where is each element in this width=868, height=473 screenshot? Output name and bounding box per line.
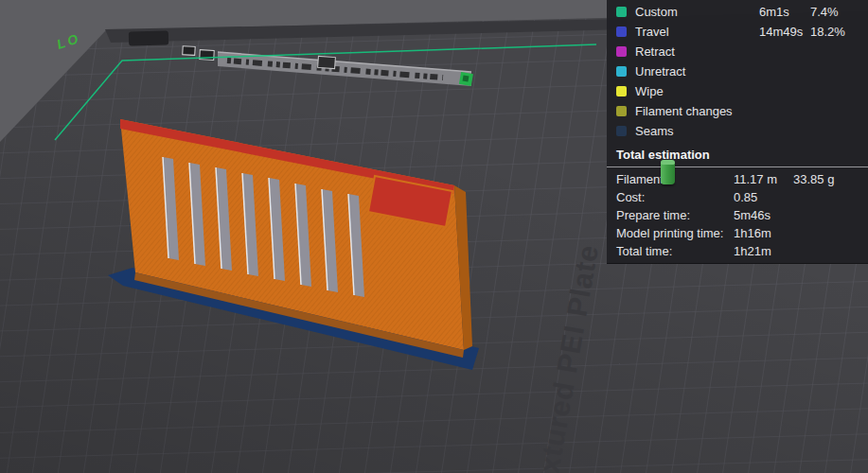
legend-item-travel[interactable]: Travel 14m49s 18.2% — [607, 22, 868, 42]
legend-time: 6m1s — [759, 5, 810, 19]
estimation-row-total-time: Total time: 1h21m — [607, 242, 868, 260]
rim-marking-icon — [183, 46, 195, 56]
legend-label: Filament changes — [635, 104, 759, 118]
wipe-tower-top — [661, 160, 675, 165]
legend-swatch — [616, 46, 627, 57]
wipe-tower — [661, 160, 675, 184]
plate-logo: LO — [55, 30, 82, 52]
legend-swatch — [616, 106, 627, 116]
legend-label: Retract — [635, 44, 759, 59]
estimation-label: Cost: — [616, 190, 734, 204]
estimation-row-prepare-time: Prepare time: 5m46s — [607, 206, 868, 224]
total-estimation-title: Total estimation — [607, 141, 868, 166]
legend-swatch — [616, 26, 627, 37]
slicer-preview-viewport: LO Textured PEI Plate — [0, 0, 868, 473]
legend-swatch — [616, 66, 627, 77]
estimation-row-model-printing-time: Model printing time: 1h16m — [607, 224, 868, 242]
legend-label: Travel — [635, 25, 759, 39]
estimation-value: 5m46s — [734, 208, 793, 222]
total-estimation-table: Filament: 11.17 m 33.85 g Cost: 0.85 Pre… — [607, 167, 868, 260]
legend-label: Seams — [635, 124, 759, 138]
estimation-row-filament: Filament: 11.17 m 33.85 g — [607, 170, 868, 188]
slicing-stats-panel: Custom 6m1s 7.4% Travel 14m49s 18.2% Ret… — [607, 0, 868, 264]
estimation-label: Filament: — [616, 172, 734, 186]
estimation-value-2: 33.85 g — [793, 172, 859, 186]
legend-label: Custom — [635, 5, 759, 19]
estimation-value: 11.17 m — [734, 172, 793, 186]
legend-percent: 18.2% — [810, 25, 860, 39]
legend-label: Unretract — [635, 64, 759, 79]
legend-item-wipe[interactable]: Wipe — [607, 81, 868, 101]
legend-item-unretract[interactable]: Unretract — [607, 61, 868, 81]
estimation-label: Prepare time: — [616, 208, 734, 222]
legend-item-seams[interactable]: Seams — [607, 121, 868, 141]
estimation-value: 1h21m — [734, 244, 793, 258]
estimation-label: Total time: — [616, 244, 734, 258]
feature-legend: Custom 6m1s 7.4% Travel 14m49s 18.2% Ret… — [607, 0, 868, 141]
legend-percent: 7.4% — [810, 5, 860, 19]
legend-item-filament-changes[interactable]: Filament changes — [607, 101, 868, 121]
estimation-value: 1h16m — [734, 226, 793, 240]
estimation-value: 0.85 — [734, 190, 793, 204]
estimation-label: Model printing time: — [616, 226, 734, 240]
rim-marking-icon — [318, 56, 336, 68]
plate-handle — [129, 30, 168, 45]
estimation-row-cost: Cost: 0.85 — [607, 188, 868, 206]
legend-label: Wipe — [635, 84, 759, 98]
legend-swatch — [616, 86, 627, 96]
legend-item-retract[interactable]: Retract — [607, 42, 868, 61]
legend-swatch — [616, 7, 627, 17]
legend-item-custom[interactable]: Custom 6m1s 7.4% — [607, 2, 868, 22]
legend-time: 14m49s — [759, 25, 810, 39]
legend-swatch — [616, 126, 627, 136]
